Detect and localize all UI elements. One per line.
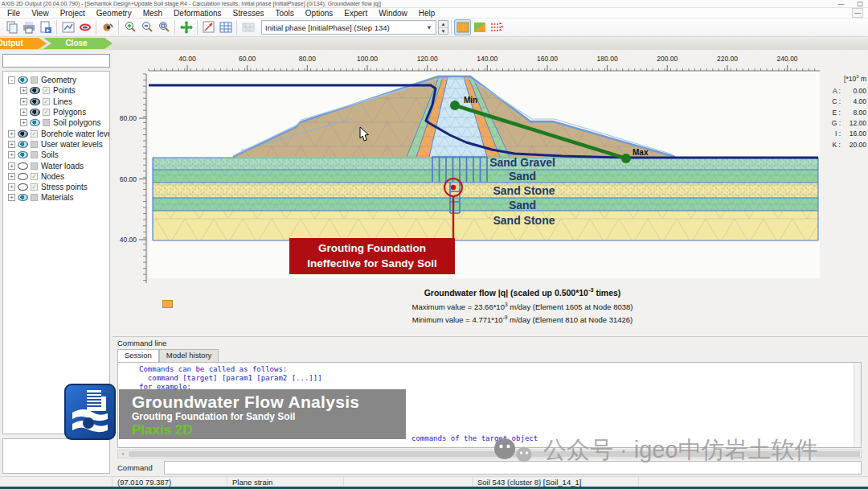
- export-report-icon[interactable]: [37, 19, 54, 35]
- menu-stresses[interactable]: Stresses: [227, 9, 270, 18]
- svg-text:100.00: 100.00: [357, 55, 378, 63]
- menu-view[interactable]: View: [26, 9, 55, 18]
- checkbox[interactable]: [31, 76, 38, 84]
- perspective-icon[interactable]: [99, 19, 116, 35]
- flow-arrows-icon[interactable]: [488, 19, 505, 35]
- callout-line2: Ineffective for Sandy Soil: [289, 257, 455, 271]
- expander-icon[interactable]: +: [8, 194, 15, 201]
- tree-item-borehole-water-levels[interactable]: +✓Borehole water levels: [3, 128, 109, 138]
- expander-icon[interactable]: +: [8, 173, 15, 180]
- tree-item-user-water-levels[interactable]: +User water levels: [3, 139, 109, 150]
- tree-item-polygons[interactable]: +✓Polygons: [3, 107, 109, 117]
- visibility-icon[interactable]: [30, 109, 40, 116]
- tree-item-points[interactable]: +✓Points: [3, 85, 109, 96]
- zoom-out-icon[interactable]: [138, 19, 155, 35]
- tab-model-history[interactable]: Model history: [159, 349, 219, 362]
- mdi-minimize-icon[interactable]: —: [852, 8, 863, 18]
- expander-icon[interactable]: -: [8, 76, 15, 84]
- scroll-left-icon[interactable]: ‹: [118, 450, 128, 458]
- expander-icon[interactable]: +: [20, 98, 27, 105]
- visibility-icon[interactable]: [18, 130, 28, 138]
- tree-item-geometry[interactable]: -Geometry: [3, 75, 109, 85]
- checkbox[interactable]: [43, 119, 50, 126]
- zoom-rect-icon[interactable]: [155, 19, 172, 35]
- tree-item-soils[interactable]: +Soils: [3, 150, 109, 160]
- tree-item-label: Points: [53, 86, 76, 95]
- restore-icon[interactable]: ▢: [857, 0, 863, 8]
- visibility-icon[interactable]: [18, 173, 28, 180]
- mesh-icon[interactable]: [240, 19, 256, 35]
- visibility-icon[interactable]: [18, 183, 28, 191]
- visibility-icon[interactable]: [18, 141, 28, 148]
- phase-dropdown[interactable]: Initial phase [InitialPhase] (Step 134) …: [261, 20, 436, 35]
- checkbox[interactable]: [31, 162, 38, 170]
- tab-close[interactable]: Close: [43, 38, 113, 49]
- svg-text:60.00: 60.00: [239, 55, 256, 63]
- expander-icon[interactable]: +: [8, 151, 15, 158]
- tab-session[interactable]: Session: [117, 349, 159, 362]
- menu-geometry[interactable]: Geometry: [91, 9, 137, 18]
- menu-tools[interactable]: Tools: [269, 9, 299, 18]
- tree-item-lines[interactable]: +✓Lines: [3, 97, 109, 107]
- curves-icon[interactable]: [59, 19, 76, 35]
- checkbox[interactable]: ✓: [31, 130, 38, 138]
- axes-icon[interactable]: [76, 19, 93, 35]
- phase-stepper[interactable]: ▲▼: [438, 20, 448, 35]
- checkbox[interactable]: ✓: [43, 87, 50, 94]
- zoom-in-icon[interactable]: [121, 19, 138, 35]
- tree-item-materials[interactable]: +Materials: [3, 192, 109, 203]
- visibility-icon[interactable]: [30, 87, 40, 94]
- visibility-icon[interactable]: [18, 76, 28, 84]
- checkbox[interactable]: ✓: [31, 173, 38, 180]
- menu-deformations[interactable]: Deformations: [168, 9, 227, 18]
- visibility-icon[interactable]: [30, 119, 40, 126]
- tree-item-soil-polygons[interactable]: +Soil polygons: [3, 117, 109, 128]
- checkbox[interactable]: [31, 194, 38, 201]
- menu-options[interactable]: Options: [300, 9, 338, 18]
- plot-viewport[interactable]: Min Max Sand Gravel Sand Sand Stone Sand…: [113, 50, 868, 336]
- reset-view-icon[interactable]: [178, 19, 194, 35]
- tree-item-stress-points[interactable]: +✓Stress points: [3, 182, 109, 192]
- max-point-label: Max: [633, 148, 649, 157]
- layer-label-3: Sand Stone: [493, 184, 555, 197]
- menu-help[interactable]: Help: [413, 9, 441, 18]
- min-point-label: Min: [464, 96, 477, 105]
- menu-file[interactable]: File: [2, 9, 26, 18]
- tree-item-label: Soils: [41, 150, 59, 159]
- table-icon[interactable]: [217, 19, 234, 35]
- visibility-icon[interactable]: [18, 194, 28, 201]
- tree-item-nodes[interactable]: +✓Nodes: [3, 171, 109, 182]
- visibility-icon[interactable]: [18, 151, 28, 158]
- menu-project[interactable]: Project: [55, 9, 91, 18]
- expander-icon[interactable]: +: [8, 183, 15, 191]
- tree-item-water-loads[interactable]: +Water loads: [3, 160, 109, 171]
- expander-icon[interactable]: +: [8, 162, 15, 170]
- expander-icon[interactable]: +: [20, 119, 27, 126]
- contour-icon[interactable]: [471, 19, 488, 35]
- menu-mesh[interactable]: Mesh: [137, 9, 168, 18]
- checkbox[interactable]: ✓: [31, 183, 38, 191]
- checkbox[interactable]: [31, 151, 38, 158]
- checkbox[interactable]: ✓: [43, 109, 50, 116]
- explorer-tree: -Geometry+✓Points+✓Lines+✓Polygons+Soil …: [2, 71, 110, 434]
- copy-icon[interactable]: [3, 19, 20, 35]
- menu-window[interactable]: Window: [373, 9, 413, 18]
- step-down-icon: ▼: [439, 28, 448, 35]
- expander-icon[interactable]: +: [8, 130, 15, 138]
- expander-icon[interactable]: +: [8, 141, 15, 148]
- title-bar[interactable]: AXIS 2D Output (20.04.00.790) - [Semanto…: [0, 0, 868, 8]
- menu-expert[interactable]: Expert: [338, 9, 373, 18]
- explorer-filter-input[interactable]: [2, 54, 110, 68]
- tab-output[interactable]: Output: [0, 38, 47, 49]
- expander-icon[interactable]: +: [20, 109, 27, 116]
- checkbox[interactable]: ✓: [43, 98, 50, 105]
- plaxis-output-window: AXIS 2D Output (20.04.00.790) - [Semanto…: [0, 0, 868, 489]
- checkbox[interactable]: [31, 141, 38, 148]
- minimize-icon[interactable]: —: [837, 0, 844, 8]
- print-icon[interactable]: [20, 19, 37, 35]
- visibility-icon[interactable]: [30, 98, 40, 105]
- expander-icon[interactable]: +: [20, 87, 27, 94]
- scale-icon[interactable]: [200, 19, 217, 35]
- visibility-icon[interactable]: [18, 162, 28, 170]
- shadings-icon[interactable]: [454, 19, 471, 35]
